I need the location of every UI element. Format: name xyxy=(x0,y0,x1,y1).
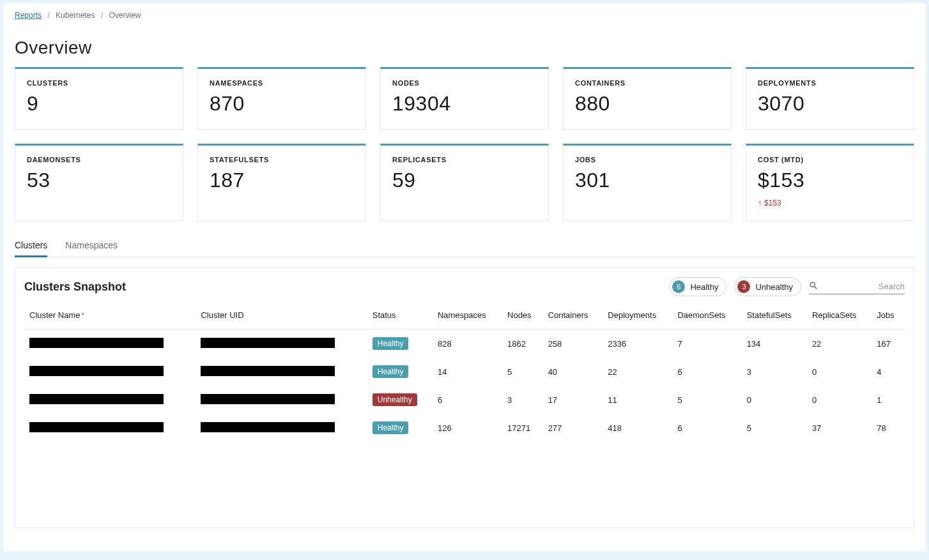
column-header[interactable]: StatefulSets xyxy=(742,303,807,329)
summary-card[interactable]: JOBS 301 xyxy=(563,144,732,221)
card-value: 19304 xyxy=(392,92,537,116)
breadcrumb-reports[interactable]: Reports xyxy=(15,11,42,20)
card-value: $153 xyxy=(758,169,902,192)
cell-statefulsets: 134 xyxy=(742,329,807,358)
column-header[interactable]: Containers xyxy=(543,303,603,329)
table-row[interactable]: Healthy 828 1862 258 2336 7 134 22 167 xyxy=(24,329,905,358)
column-header[interactable]: Cluster Name˄ xyxy=(24,303,196,329)
summary-card[interactable]: STATEFULSETS 187 xyxy=(197,144,366,221)
table-scroll[interactable]: Cluster Name˄Cluster UIDStatusNamespaces… xyxy=(24,303,905,507)
summary-card[interactable]: CONTAINERS 880 xyxy=(563,67,732,130)
cell-containers: 258 xyxy=(543,329,603,358)
card-label: NODES xyxy=(392,79,537,87)
filter-unhealthy-pill[interactable]: 3 Unhealthy xyxy=(734,277,801,296)
search-input[interactable] xyxy=(820,279,905,294)
unhealthy-count: 3 xyxy=(737,280,750,293)
table-row[interactable]: Healthy 126 17271 277 418 6 5 37 78 xyxy=(24,414,905,442)
cell-namespaces: 126 xyxy=(433,414,502,442)
summary-card[interactable]: CLUSTERS 9 xyxy=(15,67,183,130)
card-value: 59 xyxy=(392,169,537,192)
card-value: 301 xyxy=(575,169,719,192)
sort-asc-icon: ˄ xyxy=(81,312,84,319)
table-row[interactable]: Healthy 14 5 40 22 6 3 0 4 xyxy=(24,358,905,386)
card-label: NAMESPACES xyxy=(210,79,354,87)
cluster-name-redacted xyxy=(29,422,164,432)
card-label: DEPLOYMENTS xyxy=(758,79,902,87)
cluster-uid-redacted xyxy=(201,366,335,376)
summary-card[interactable]: DEPLOYMENTS 3070 xyxy=(746,67,914,130)
card-label: CLUSTERS xyxy=(27,79,171,87)
cell-namespaces: 828 xyxy=(433,329,502,358)
cell-statefulsets: 0 xyxy=(742,386,807,414)
card-value: 3070 xyxy=(758,92,902,116)
column-header[interactable]: Cluster UID xyxy=(196,303,367,329)
cluster-uid-redacted xyxy=(201,422,335,432)
cell-deployments: 22 xyxy=(603,358,672,386)
column-header[interactable]: Namespaces xyxy=(433,303,502,329)
svg-point-0 xyxy=(810,282,815,287)
cluster-name-redacted xyxy=(29,338,164,348)
tabs: ClustersNamespaces xyxy=(15,235,914,257)
cell-jobs: 78 xyxy=(871,414,905,442)
cell-statefulsets: 3 xyxy=(742,358,807,386)
card-delta: ↑$153 xyxy=(758,199,902,208)
column-header[interactable]: Nodes xyxy=(502,303,543,329)
table-row[interactable]: Unhealthy 6 3 17 11 5 0 0 1 xyxy=(24,386,905,414)
status-badge: Healthy xyxy=(372,365,409,378)
cluster-uid-redacted xyxy=(201,338,335,348)
summary-cards: CLUSTERS 9NAMESPACES 870NODES 19304CONTA… xyxy=(15,67,914,221)
search-icon xyxy=(809,281,820,292)
card-label: CONTAINERS xyxy=(575,79,719,87)
card-label: DAEMONSETS xyxy=(27,156,171,163)
cell-namespaces: 6 xyxy=(433,386,502,414)
card-value: 187 xyxy=(210,169,354,192)
horizontal-scrollbar[interactable] xyxy=(24,511,905,521)
unhealthy-label: Unhealthy xyxy=(755,282,793,292)
tab-namespaces[interactable]: Namespaces xyxy=(65,235,118,257)
filter-healthy-pill[interactable]: 6 Healthy xyxy=(669,277,726,296)
svg-line-1 xyxy=(815,287,817,289)
cell-replicasets: 22 xyxy=(807,329,871,358)
cell-deployments: 418 xyxy=(603,414,672,442)
cell-deployments: 2336 xyxy=(603,329,672,358)
breadcrumb-overview: Overview xyxy=(109,11,141,20)
card-label: REPLICASETS xyxy=(392,156,537,163)
cluster-name-redacted xyxy=(29,366,164,376)
breadcrumb-kubernetes: Kubernetes xyxy=(56,11,95,20)
status-badge: Healthy xyxy=(372,337,409,350)
cell-containers: 277 xyxy=(543,414,603,442)
card-label: COST (MTD) xyxy=(758,156,902,163)
summary-card[interactable]: REPLICASETS 59 xyxy=(380,144,549,221)
card-value: 53 xyxy=(27,169,171,192)
cell-nodes: 17271 xyxy=(502,414,543,442)
tab-clusters[interactable]: Clusters xyxy=(15,235,47,257)
cell-daemonsets: 7 xyxy=(672,329,741,358)
column-header[interactable]: Jobs xyxy=(871,303,905,329)
card-label: JOBS xyxy=(575,156,719,163)
cell-containers: 17 xyxy=(543,386,603,414)
column-header[interactable]: Deployments xyxy=(603,303,672,329)
cell-replicasets: 37 xyxy=(807,414,871,442)
cell-nodes: 3 xyxy=(502,386,543,414)
breadcrumb-sep: / xyxy=(47,11,49,20)
cell-nodes: 5 xyxy=(502,358,543,386)
cell-daemonsets: 6 xyxy=(672,414,741,442)
column-header[interactable]: ReplicaSets xyxy=(807,303,871,329)
cell-replicasets: 0 xyxy=(807,358,871,386)
cell-namespaces: 14 xyxy=(433,358,502,386)
column-header[interactable]: Status xyxy=(367,303,433,329)
status-badge: Unhealthy xyxy=(372,393,417,406)
summary-card[interactable]: NAMESPACES 870 xyxy=(197,67,366,130)
search-wrap xyxy=(809,279,905,294)
column-header[interactable]: DaemonSets xyxy=(672,303,741,329)
card-label: STATEFULSETS xyxy=(210,156,354,163)
cluster-uid-redacted xyxy=(201,394,335,404)
summary-card[interactable]: NODES 19304 xyxy=(380,67,549,130)
cell-deployments: 11 xyxy=(603,386,672,414)
summary-card[interactable]: COST (MTD) $153↑$153 xyxy=(746,144,914,221)
summary-card[interactable]: DAEMONSETS 53 xyxy=(15,144,183,221)
cell-statefulsets: 5 xyxy=(742,414,807,442)
cell-daemonsets: 6 xyxy=(672,358,741,386)
cell-jobs: 1 xyxy=(871,386,905,414)
cell-jobs: 4 xyxy=(871,358,905,386)
